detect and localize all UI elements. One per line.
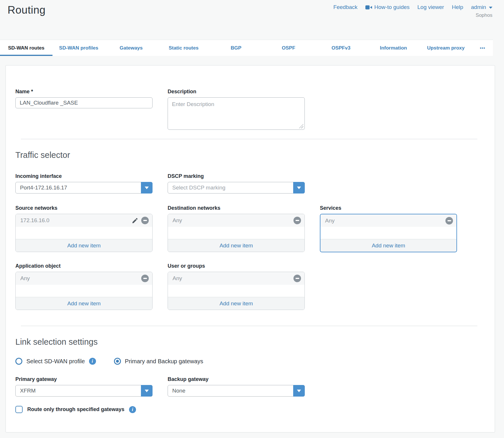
list-item: Any	[320, 214, 456, 227]
radio-select-sd-wan-profile[interactable]: Select SD-WAN profile i	[15, 358, 96, 365]
listbox-empty-area	[16, 227, 152, 239]
backup-gateway-group: Backup gateway None	[168, 376, 305, 397]
pencil-icon[interactable]	[132, 217, 138, 224]
how-to-guides-link[interactable]: How-to guides	[365, 4, 409, 10]
chevron-down-icon	[489, 7, 492, 9]
add-new-item-button[interactable]: Add new item	[168, 297, 304, 310]
add-new-item-button[interactable]: Add new item	[320, 239, 456, 252]
listbox-empty-area	[320, 227, 456, 239]
source-networks-box: 172.16.16.0 Add new item	[15, 214, 153, 252]
divider	[21, 139, 477, 139]
divider	[21, 326, 477, 326]
list-item: 172.16.16.0	[16, 214, 152, 227]
name-field-group: Name *	[15, 89, 153, 131]
tab-static-routes[interactable]: Static routes	[157, 40, 210, 56]
listbox-empty-area	[16, 285, 152, 297]
list-item: Any	[168, 214, 304, 227]
tab-more-ellipsis-icon[interactable]: •••	[472, 40, 493, 56]
user-menu[interactable]: admin	[471, 4, 492, 10]
incoming-interface-label: Incoming interface	[15, 173, 153, 179]
tab-bgp[interactable]: BGP	[210, 40, 262, 56]
link-selection-options: Select SD-WAN profile i Primary and Back…	[15, 358, 495, 365]
tab-information[interactable]: Information	[367, 40, 420, 56]
listbox-empty-area	[168, 227, 304, 239]
primary-gateway-label: Primary gateway	[15, 376, 153, 382]
route-only-row: Route only through specified gateways i	[15, 406, 495, 413]
dscp-marking-label: DSCP marking	[168, 173, 305, 179]
name-label: Name *	[15, 89, 153, 95]
primary-gateway-group: Primary gateway XFRM	[15, 376, 153, 397]
minus-circle-icon[interactable]	[141, 275, 149, 282]
radio-primary-and-backup-gateways[interactable]: Primary and Backup gateways	[114, 358, 203, 365]
source-networks-label: Source networks	[15, 205, 153, 211]
header-links: Feedback How-to guides Log viewer Help a…	[333, 4, 492, 10]
source-networks-group: Source networks 172.16.16.0 Add new item	[15, 205, 153, 252]
chevron-down-icon[interactable]	[293, 385, 305, 397]
list-item: Any	[16, 272, 152, 285]
add-new-item-button[interactable]: Add new item	[16, 297, 152, 310]
description-textarea[interactable]	[168, 97, 305, 130]
tab-sd-wan-profiles[interactable]: SD-WAN profiles	[52, 40, 105, 56]
user-or-groups-label: User or groups	[168, 263, 305, 269]
add-new-item-button[interactable]: Add new item	[168, 239, 304, 252]
application-object-group: Application object Any Add new item	[15, 263, 153, 310]
chevron-down-icon[interactable]	[141, 182, 153, 194]
feedback-link[interactable]: Feedback	[333, 4, 357, 10]
tab-ospfv3[interactable]: OSPFv3	[315, 40, 367, 56]
application-object-label: Application object	[15, 263, 153, 269]
help-link[interactable]: Help	[452, 4, 463, 10]
routing-tabbar: SD-WAN routes SD-WAN profiles Gateways S…	[0, 40, 493, 56]
minus-circle-icon[interactable]	[293, 217, 301, 224]
tab-sd-wan-routes[interactable]: SD-WAN routes	[0, 40, 52, 56]
radio-icon[interactable]	[15, 358, 22, 365]
page-title: Routing	[8, 4, 46, 16]
destination-networks-group: Destination networks Any Add new item	[168, 205, 305, 252]
destination-networks-box: Any Add new item	[168, 214, 305, 252]
chevron-down-icon[interactable]	[293, 182, 305, 194]
services-group: Services Any Add new item	[320, 205, 457, 252]
tab-upstream-proxy[interactable]: Upstream proxy	[420, 40, 472, 56]
dscp-marking-group: DSCP marking Select DSCP marking	[168, 173, 305, 194]
primary-gateway-select[interactable]: XFRM	[15, 385, 153, 397]
services-label: Services	[320, 205, 457, 211]
destination-networks-label: Destination networks	[168, 205, 305, 211]
info-icon[interactable]: i	[129, 406, 136, 413]
log-viewer-link[interactable]: Log viewer	[417, 4, 444, 10]
backup-gateway-label: Backup gateway	[168, 376, 305, 382]
services-box: Any Add new item	[320, 214, 457, 252]
video-camera-icon	[365, 5, 372, 10]
header-right: Feedback How-to guides Log viewer Help a…	[333, 4, 492, 18]
dscp-marking-select[interactable]: Select DSCP marking	[168, 182, 305, 194]
page-header: Routing Feedback How-to guides Log viewe…	[0, 0, 504, 40]
user-or-groups-box: Any Add new item	[168, 272, 305, 310]
name-input[interactable]	[15, 97, 153, 108]
description-field-group: Description	[168, 89, 305, 131]
application-object-box: Any Add new item	[15, 272, 153, 310]
info-icon[interactable]: i	[89, 358, 96, 365]
user-or-groups-group: User or groups Any Add new item	[168, 263, 305, 310]
list-item: Any	[168, 272, 304, 285]
description-label: Description	[168, 89, 305, 95]
brand-label: Sophos	[333, 12, 492, 18]
backup-gateway-select[interactable]: None	[168, 385, 305, 397]
tab-ospf[interactable]: OSPF	[262, 40, 315, 56]
incoming-interface-select[interactable]: Port4-172.16.16.17	[15, 182, 153, 194]
route-only-label: Route only through specified gateways	[27, 406, 124, 413]
incoming-interface-group: Incoming interface Port4-172.16.16.17	[15, 173, 153, 194]
radio-icon[interactable]	[114, 358, 121, 365]
route-only-checkbox[interactable]	[15, 406, 23, 413]
minus-circle-icon[interactable]	[445, 217, 453, 225]
chevron-down-icon[interactable]	[141, 385, 153, 397]
sd-wan-route-form-card: Name * Description Traffic selector Inco…	[6, 65, 495, 432]
minus-circle-icon[interactable]	[141, 217, 149, 224]
listbox-empty-area	[168, 285, 304, 297]
minus-circle-icon[interactable]	[293, 275, 301, 282]
traffic-selector-heading: Traffic selector	[15, 150, 495, 160]
add-new-item-button[interactable]: Add new item	[16, 239, 152, 252]
tab-gateways[interactable]: Gateways	[105, 40, 157, 56]
link-selection-heading: Link selection settings	[15, 337, 495, 347]
